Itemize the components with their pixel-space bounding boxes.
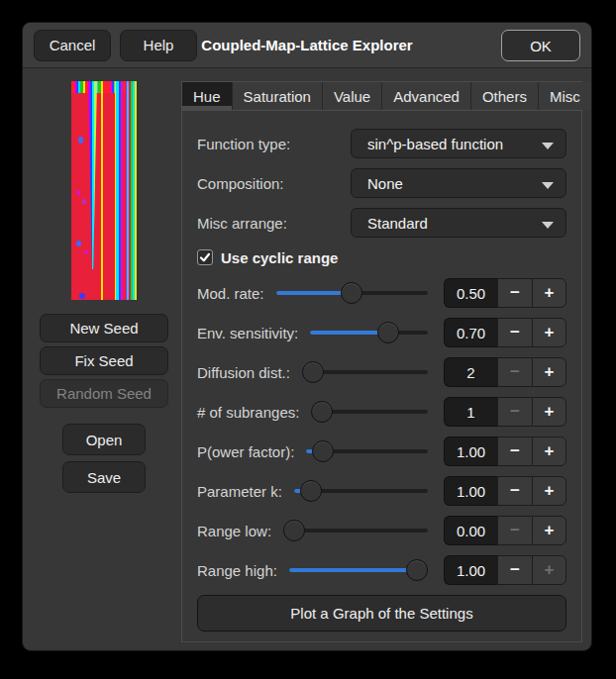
- minus-button[interactable]: −: [497, 318, 532, 347]
- composition-dropdown[interactable]: None: [351, 168, 566, 198]
- ok-button[interactable]: OK: [501, 30, 580, 61]
- slider-knob[interactable]: [302, 361, 324, 383]
- fix-seed-button[interactable]: Fix Seed: [40, 346, 168, 375]
- random-seed-button[interactable]: Random Seed: [40, 379, 168, 408]
- tab-advanced[interactable]: Advanced: [382, 82, 470, 110]
- diffusion-dist-row: Diffusion dist.: 2 − +: [197, 355, 566, 389]
- range-low-label: Range low:: [197, 523, 271, 539]
- mod-rate-row: Mod. rate: 0.50 − +: [197, 276, 566, 310]
- parameter-k-spin: 1.00 − +: [444, 476, 566, 506]
- parameter-k-value[interactable]: 1.00: [444, 476, 497, 506]
- preview-speck: [76, 190, 80, 195]
- preview-speck: [79, 293, 85, 299]
- check-icon: [199, 251, 211, 263]
- preview-image: [71, 81, 137, 300]
- preview-color-band: [115, 81, 124, 300]
- tab-strip: Hue Saturation Value Advanced Others Mis…: [182, 82, 581, 111]
- save-button[interactable]: Save: [62, 461, 146, 493]
- subranges-slider[interactable]: [311, 395, 428, 429]
- range-high-value[interactable]: 1.00: [444, 555, 497, 585]
- composition-value: None: [367, 175, 403, 192]
- slider-knob[interactable]: [406, 559, 428, 581]
- chevron-down-icon: [542, 222, 554, 229]
- use-cyclic-range-checkbox[interactable]: [197, 249, 213, 265]
- tab-value[interactable]: Value: [323, 82, 381, 110]
- subranges-row: # of subranges: 1 − +: [197, 395, 566, 429]
- misc-arrange-dropdown[interactable]: Standard: [351, 208, 566, 238]
- minus-button[interactable]: −: [497, 278, 532, 308]
- preview-right-band: [126, 81, 137, 300]
- function-type-value: sin^p-based function: [367, 136, 503, 152]
- left-column: New Seed Fix Seed Random Seed Open Save: [40, 81, 168, 499]
- tab-hue[interactable]: Hue: [182, 82, 232, 110]
- settings-notebook: Hue Saturation Value Advanced Others Mis…: [181, 81, 582, 642]
- power-factor-spin: 1.00 − +: [444, 436, 566, 466]
- env-sensitivity-spin: 0.70 − +: [444, 318, 566, 347]
- slider-knob[interactable]: [341, 282, 362, 304]
- use-cyclic-range-label: Use cyclic range: [221, 249, 338, 266]
- new-seed-button[interactable]: New Seed: [40, 314, 168, 342]
- plus-button[interactable]: +: [532, 516, 566, 545]
- range-high-slider[interactable]: [289, 553, 428, 587]
- minus-button[interactable]: −: [497, 397, 532, 427]
- power-factor-value[interactable]: 1.00: [444, 436, 497, 466]
- mod-rate-spin: 0.50 − +: [444, 278, 566, 308]
- tab-misc[interactable]: Misc: [539, 82, 591, 110]
- preview-speck: [78, 137, 83, 144]
- dialog-header: Cancel Help Coupled-Map-Lattice Explorer…: [23, 23, 591, 68]
- power-factor-slider[interactable]: [306, 435, 428, 468]
- parameter-k-label: Parameter k:: [197, 483, 282, 500]
- range-low-slider[interactable]: [283, 514, 428, 547]
- env-sensitivity-slider[interactable]: [310, 316, 428, 349]
- subranges-label: # of subranges:: [197, 404, 299, 421]
- slider-knob[interactable]: [312, 440, 334, 462]
- subranges-value[interactable]: 1: [444, 397, 497, 427]
- plus-button[interactable]: +: [532, 357, 566, 387]
- subranges-spin: 1 − +: [444, 397, 566, 427]
- parameter-k-slider[interactable]: [294, 474, 428, 508]
- function-type-label: Function type:: [197, 136, 290, 152]
- function-type-dropdown[interactable]: sin^p-based function: [351, 129, 566, 158]
- range-low-spin: 0.00 − +: [444, 516, 566, 545]
- range-high-row: Range high: 1.00 − +: [197, 553, 566, 587]
- use-cyclic-range-row: Use cyclic range: [197, 247, 566, 267]
- range-low-value[interactable]: 0.00: [444, 516, 497, 545]
- tab-saturation[interactable]: Saturation: [233, 82, 322, 110]
- plus-button[interactable]: +: [532, 436, 566, 466]
- minus-button[interactable]: −: [497, 476, 532, 506]
- diffusion-dist-value[interactable]: 2: [444, 357, 497, 387]
- env-sensitivity-value[interactable]: 0.70: [444, 318, 497, 347]
- cancel-button[interactable]: Cancel: [34, 30, 111, 61]
- composition-row: Composition: None: [197, 168, 566, 198]
- plus-button[interactable]: +: [532, 318, 566, 347]
- mod-rate-slider[interactable]: [276, 276, 428, 310]
- function-type-row: Function type: sin^p-based function: [197, 129, 566, 158]
- tab-others[interactable]: Others: [471, 82, 538, 110]
- slider-knob[interactable]: [300, 480, 322, 502]
- minus-button[interactable]: −: [497, 555, 532, 585]
- minus-button[interactable]: −: [497, 436, 532, 466]
- slider-knob[interactable]: [283, 520, 305, 541]
- chevron-down-icon: [542, 182, 554, 189]
- misc-arrange-value: Standard: [367, 215, 428, 232]
- plus-button[interactable]: +: [532, 555, 566, 585]
- slider-knob[interactable]: [311, 401, 333, 423]
- help-button[interactable]: Help: [120, 30, 197, 61]
- plus-button[interactable]: +: [532, 278, 566, 308]
- preview-yellow-line: [101, 81, 103, 300]
- minus-button[interactable]: −: [497, 516, 532, 545]
- preview-speck: [82, 199, 86, 204]
- screen: Cancel Help Coupled-Map-Lattice Explorer…: [0, 0, 616, 679]
- misc-arrange-label: Misc arrange:: [197, 215, 287, 232]
- plot-graph-button[interactable]: Plot a Graph of the Settings: [197, 595, 566, 631]
- plus-button[interactable]: +: [532, 476, 566, 506]
- minus-button[interactable]: −: [497, 357, 532, 387]
- diffusion-dist-spin: 2 − +: [444, 357, 566, 387]
- mod-rate-value[interactable]: 0.50: [444, 278, 497, 308]
- hue-tab-content: Function type: sin^p-based function Comp…: [182, 111, 581, 641]
- open-button[interactable]: Open: [62, 424, 146, 455]
- slider-knob[interactable]: [377, 322, 399, 343]
- plus-button[interactable]: +: [532, 397, 566, 427]
- diffusion-dist-slider[interactable]: [302, 355, 428, 389]
- preview-descending-stripe: [88, 81, 97, 269]
